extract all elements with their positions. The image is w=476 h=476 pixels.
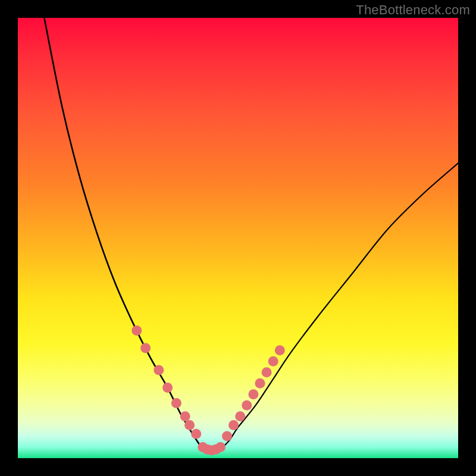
- right-curve: [220, 163, 458, 449]
- marker-dot: [255, 378, 265, 389]
- marker-dot: [140, 343, 151, 353]
- marker-dot: [275, 345, 285, 355]
- marker-dot: [215, 442, 226, 452]
- marker-dot: [184, 420, 195, 430]
- marker-dot: [162, 383, 173, 393]
- marker-dot: [262, 367, 272, 377]
- chart-frame: TheBottleneck.com: [0, 0, 476, 476]
- marker-dot: [228, 420, 239, 430]
- marker-dot: [222, 431, 232, 441]
- left-curve: [44, 18, 202, 449]
- marker-dot: [131, 325, 142, 336]
- marker-dot: [171, 398, 181, 408]
- marker-dot: [154, 365, 164, 375]
- marker-dot: [235, 411, 245, 421]
- plot-area: [18, 18, 458, 458]
- watermark-text: TheBottleneck.com: [356, 2, 470, 18]
- marker-dots: [131, 325, 285, 455]
- marker-dot: [191, 429, 201, 439]
- marker-dot: [268, 356, 278, 367]
- marker-dot: [248, 389, 258, 399]
- marker-dot: [180, 411, 190, 421]
- curve-layer: [18, 18, 458, 458]
- marker-dot: [242, 400, 252, 411]
